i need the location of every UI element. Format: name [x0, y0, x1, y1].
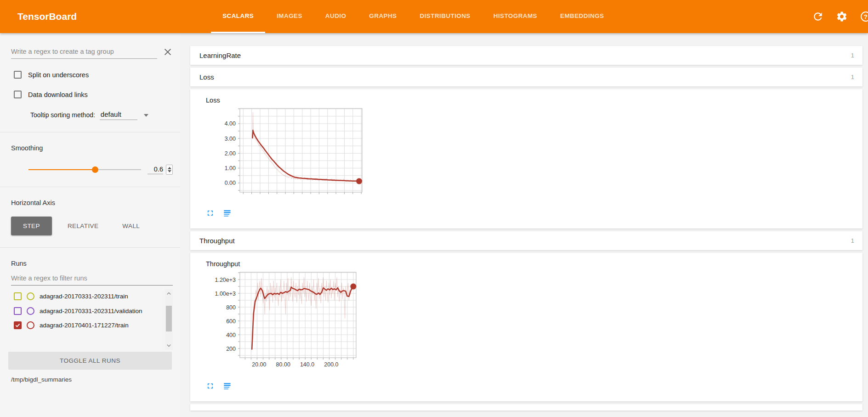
axis-step-button[interactable]: STEP	[11, 217, 52, 235]
runs-scrollbar[interactable]	[165, 289, 173, 350]
run-label: adagrad-20170401-171227/train	[40, 321, 129, 330]
section-count: 1	[851, 237, 854, 244]
svg-text:1.20e+3: 1.20e+3	[215, 277, 236, 283]
axis-relative-button[interactable]: RELATIVE	[56, 217, 110, 235]
divider	[0, 247, 180, 248]
run-list: adagrad-20170331-202311/train adagrad-20…	[11, 289, 173, 350]
run-checkbox[interactable]	[14, 321, 22, 329]
run-row[interactable]: adagrad-20170331-202311/validation	[11, 304, 161, 319]
axis-wall-button[interactable]: WALL	[110, 217, 152, 235]
run-color-circle[interactable]	[27, 321, 34, 329]
section-title: Throughput	[199, 237, 235, 245]
tab-graphs[interactable]: GRAPHS	[357, 0, 408, 33]
throughput-chart[interactable]: 2004006008001.00e+31.20e+320.0080.00140.…	[206, 269, 368, 371]
section-loss[interactable]: Loss 1	[190, 68, 862, 86]
settings-icon[interactable]	[836, 11, 848, 23]
stepper-up-icon[interactable]	[168, 167, 171, 169]
stepper-down-icon[interactable]	[168, 170, 171, 172]
section-throughput[interactable]: Throughput 1	[190, 231, 862, 250]
svg-text:20.00: 20.00	[252, 361, 266, 368]
split-underscores-row[interactable]: Split on underscores	[14, 71, 173, 79]
run-label: adagrad-20170331-202311/validation	[40, 307, 142, 315]
close-icon[interactable]	[163, 47, 173, 57]
loss-chart[interactable]: 0.001.002.003.004.00	[206, 106, 368, 199]
divider	[0, 187, 180, 187]
smoothing-stepper[interactable]	[166, 165, 173, 175]
toggle-all-runs-button[interactable]: TOGGLE ALL RUNS	[8, 352, 172, 370]
slider-thumb[interactable]	[92, 166, 98, 173]
divider	[0, 132, 180, 132]
run-row[interactable]: adagrad-20170401-171227/train	[11, 318, 161, 333]
split-underscores-checkbox[interactable]	[14, 71, 22, 79]
svg-text:1.00: 1.00	[225, 165, 236, 171]
smoothing-slider[interactable]	[28, 166, 141, 173]
log-directory-path: /tmp/bigdl_summaries	[11, 376, 173, 383]
run-color-circle[interactable]	[27, 307, 34, 315]
sidebar: Split on underscores Data download links…	[0, 33, 180, 417]
data-download-row[interactable]: Data download links	[14, 91, 173, 98]
run-selector-icon[interactable]	[223, 382, 232, 390]
chart-title: Loss	[206, 97, 862, 104]
slider-fill	[28, 169, 95, 170]
tooltip-sorting-select[interactable]: default	[100, 110, 148, 120]
tooltip-sorting-label: Tooltip sorting method:	[30, 111, 95, 120]
section-count: 1	[851, 74, 854, 80]
tab-histograms[interactable]: HISTOGRAMS	[482, 0, 549, 33]
svg-text:4.00: 4.00	[225, 120, 236, 127]
section-count: 1	[851, 52, 854, 59]
svg-text:600: 600	[226, 318, 236, 325]
data-download-checkbox[interactable]	[14, 91, 22, 98]
horizontal-axis-label: Horizontal Axis	[11, 199, 173, 206]
split-underscores-label: Split on underscores	[28, 71, 89, 79]
section-learningrate[interactable]: LearningRate 1	[190, 46, 862, 65]
data-download-label: Data download links	[28, 91, 88, 98]
main-content: LearningRate 1 Loss 1 Loss 0.001.002.003…	[180, 33, 868, 417]
app-header: TensorBoard SCALARS IMAGES AUDIO GRAPHS …	[0, 0, 868, 33]
svg-text:140.0: 140.0	[300, 361, 314, 368]
refresh-icon[interactable]	[812, 11, 824, 23]
svg-text:3.00: 3.00	[225, 136, 236, 142]
tab-audio[interactable]: AUDIO	[314, 0, 358, 33]
expand-chart-icon[interactable]	[206, 209, 215, 217]
expand-chart-icon[interactable]	[206, 382, 215, 390]
scroll-up-icon[interactable]	[165, 290, 172, 297]
section-title: LearningRate	[199, 51, 241, 59]
smoothing-label: Smoothing	[11, 144, 173, 152]
scrollbar-thumb[interactable]	[166, 306, 172, 331]
tab-images[interactable]: IMAGES	[265, 0, 314, 33]
svg-text:80.00: 80.00	[276, 361, 290, 368]
tab-embeddings[interactable]: EMBEDDINGS	[549, 0, 616, 33]
chevron-down-icon	[144, 114, 148, 117]
svg-text:200.0: 200.0	[324, 361, 338, 368]
section-title: Loss	[199, 73, 214, 81]
next-section-partial[interactable]	[190, 404, 862, 411]
tab-scalars[interactable]: SCALARS	[211, 0, 265, 33]
run-color-circle[interactable]	[27, 292, 34, 300]
loss-chart-card: Loss 0.001.002.003.004.00	[190, 89, 862, 228]
svg-text:400: 400	[226, 332, 236, 338]
help-icon[interactable]: ?	[860, 11, 868, 23]
run-checkbox[interactable]	[14, 307, 22, 315]
svg-text:200: 200	[226, 346, 236, 352]
svg-text:0.00: 0.00	[225, 180, 236, 186]
run-selector-icon[interactable]	[223, 209, 232, 217]
tag-group-regex-input[interactable]	[11, 46, 157, 59]
scroll-down-icon[interactable]	[165, 342, 172, 349]
app-title: TensorBoard	[0, 0, 77, 33]
svg-text:?: ?	[864, 13, 868, 20]
tab-distributions[interactable]: DISTRIBUTIONS	[408, 0, 482, 33]
nav-tabs: SCALARS IMAGES AUDIO GRAPHS DISTRIBUTION…	[211, 0, 615, 33]
run-label: adagrad-20170331-202311/train	[40, 292, 128, 301]
smoothing-value-input[interactable]	[148, 166, 163, 174]
svg-text:2.00: 2.00	[225, 150, 236, 157]
runs-filter-input[interactable]	[11, 273, 173, 286]
svg-text:1.00e+3: 1.00e+3	[215, 291, 236, 297]
chart-title: Throughput	[206, 260, 862, 268]
header-actions: ?	[812, 0, 868, 33]
svg-text:800: 800	[226, 304, 236, 311]
run-row[interactable]: adagrad-20170331-202311/train	[11, 289, 161, 304]
tooltip-sorting-value[interactable]: default	[100, 110, 137, 120]
throughput-chart-card: Throughput 2004006008001.00e+31.20e+320.…	[190, 253, 862, 401]
runs-label: Runs	[11, 260, 173, 267]
run-checkbox[interactable]	[14, 292, 22, 300]
